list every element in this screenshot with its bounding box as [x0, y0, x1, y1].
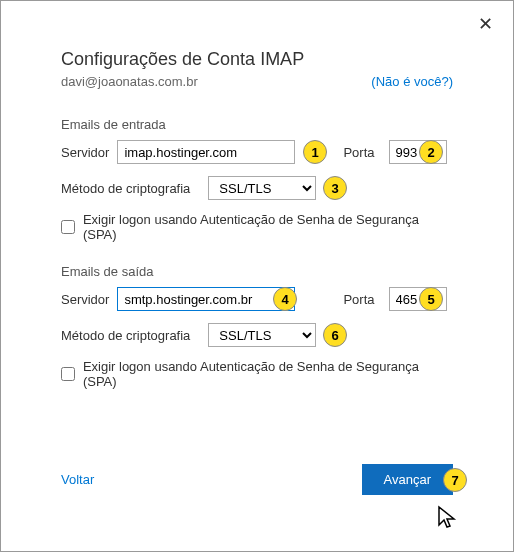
- incoming-spa-checkbox[interactable]: [61, 220, 75, 234]
- imap-settings-dialog: ✕ Configurações de Conta IMAP davi@joaon…: [0, 0, 514, 552]
- annotation-badge-7: 7: [443, 468, 467, 492]
- outgoing-server-input[interactable]: [117, 287, 295, 311]
- advance-wrapper: Avançar 7: [362, 464, 453, 495]
- outgoing-server-label: Servidor: [61, 292, 109, 307]
- dialog-content: Configurações de Conta IMAP davi@joaonat…: [1, 1, 513, 389]
- incoming-server-input[interactable]: [117, 140, 295, 164]
- advance-button[interactable]: Avançar: [362, 464, 453, 495]
- outgoing-section-label: Emails de saída: [61, 264, 453, 279]
- dialog-title: Configurações de Conta IMAP: [61, 49, 453, 70]
- outgoing-encryption-label: Método de criptografia: [61, 328, 190, 343]
- incoming-encryption-label: Método de criptografia: [61, 181, 190, 196]
- annotation-badge-3: 3: [323, 176, 347, 200]
- annotation-badge-6: 6: [323, 323, 347, 347]
- outgoing-port-label: Porta: [343, 292, 374, 307]
- outgoing-encryption-select[interactable]: SSL/TLS: [208, 323, 316, 347]
- outgoing-server-row: Servidor 4 Porta 5: [61, 287, 453, 311]
- incoming-section-label: Emails de entrada: [61, 117, 453, 132]
- annotation-badge-1: 1: [303, 140, 327, 164]
- outgoing-spa-row: Exigir logon usando Autenticação de Senh…: [61, 359, 453, 389]
- annotation-badge-2: 2: [419, 140, 443, 164]
- email-line: davi@joaonatas.com.br (Não é você?): [61, 74, 453, 89]
- incoming-spa-row: Exigir logon usando Autenticação de Senh…: [61, 212, 453, 242]
- incoming-server-row: Servidor 1 Porta 2: [61, 140, 453, 164]
- close-button[interactable]: ✕: [470, 9, 501, 39]
- incoming-spa-label: Exigir logon usando Autenticação de Senh…: [83, 212, 453, 242]
- annotation-badge-5: 5: [419, 287, 443, 311]
- email-address: davi@joaonatas.com.br: [61, 74, 198, 89]
- annotation-badge-4: 4: [273, 287, 297, 311]
- cursor-icon: [437, 505, 457, 531]
- incoming-encryption-row: Método de criptografia SSL/TLS 3: [61, 176, 453, 200]
- outgoing-spa-checkbox[interactable]: [61, 367, 75, 381]
- incoming-port-label: Porta: [343, 145, 374, 160]
- dialog-footer: Voltar Avançar 7: [61, 464, 453, 495]
- back-link[interactable]: Voltar: [61, 472, 94, 487]
- not-you-link[interactable]: (Não é você?): [371, 74, 453, 89]
- incoming-server-label: Servidor: [61, 145, 109, 160]
- close-icon: ✕: [478, 14, 493, 34]
- outgoing-spa-label: Exigir logon usando Autenticação de Senh…: [83, 359, 453, 389]
- incoming-encryption-select[interactable]: SSL/TLS: [208, 176, 316, 200]
- outgoing-encryption-row: Método de criptografia SSL/TLS 6: [61, 323, 453, 347]
